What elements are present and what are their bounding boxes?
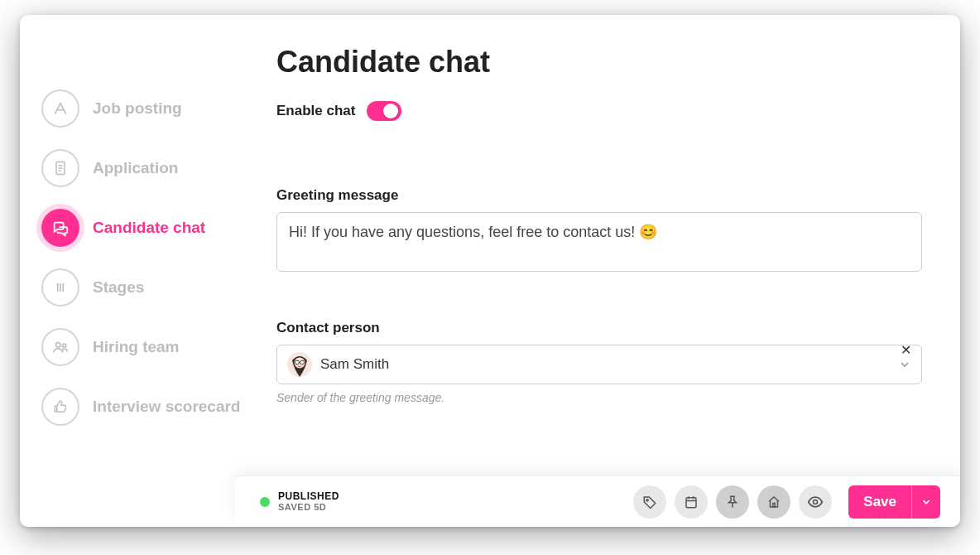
enable-chat-toggle[interactable]: [367, 101, 401, 121]
svg-rect-20: [773, 503, 775, 507]
calendar-icon: [684, 495, 699, 509]
sidebar-item-label: Stages: [93, 278, 144, 297]
saved-label: SAVED 5D: [278, 502, 339, 513]
svg-point-7: [56, 343, 61, 348]
contact-person-select[interactable]: Sam Smith ✕: [276, 345, 922, 384]
enable-chat-row: Enable chat: [276, 101, 922, 121]
status-label: PUBLISHED: [278, 490, 339, 502]
chevron-down-icon[interactable]: [898, 358, 911, 371]
sidebar-item-label: Job posting: [93, 99, 182, 118]
eye-icon: [807, 494, 824, 510]
chevron-down-icon: [920, 496, 932, 508]
save-button-group: Save: [848, 485, 940, 519]
save-button[interactable]: Save: [848, 485, 911, 519]
greeting-message-label: Greeting message: [276, 187, 922, 204]
preview-button[interactable]: [799, 485, 832, 519]
svg-point-8: [62, 344, 65, 347]
people-icon: [41, 328, 79, 366]
sidebar-item-label: Candidate chat: [93, 219, 205, 237]
thumbs-up-icon: [41, 388, 79, 426]
contact-person-helper: Sender of the greeting message.: [276, 391, 922, 404]
house-button[interactable]: [757, 485, 790, 519]
columns-icon: [41, 268, 79, 306]
sidebar-item-label: Hiring team: [93, 338, 180, 356]
contact-person-name: Sam Smith: [320, 356, 389, 373]
main-content: Candidate chat Enable chat Greeting mess…: [268, 15, 960, 527]
sidebar-item-hiring-team[interactable]: Hiring team: [41, 328, 268, 366]
document-icon: [41, 149, 79, 187]
app-window: Job posting Application Candidate chat S…: [20, 15, 960, 527]
status-dot: [260, 497, 270, 507]
sidebar: Job posting Application Candidate chat S…: [20, 15, 268, 527]
house-icon: [766, 495, 781, 509]
tag-button[interactable]: [633, 485, 666, 519]
svg-point-21: [814, 499, 818, 504]
avatar: [287, 352, 312, 377]
footer-bar: PUBLISHED SAVED 5D: [235, 475, 960, 527]
page-title: Candidate chat: [276, 45, 922, 80]
calendar-button[interactable]: [675, 485, 708, 519]
pin-button[interactable]: [716, 485, 749, 519]
contact-person-label: Contact person: [276, 320, 922, 336]
greeting-message-input[interactable]: Hi! If you have any questions, feel free…: [276, 212, 922, 272]
contact-clear-icon[interactable]: ✕: [901, 344, 911, 357]
svg-point-12: [300, 360, 305, 364]
enable-chat-label: Enable chat: [276, 103, 355, 119]
status-column: PUBLISHED SAVED 5D: [278, 490, 339, 514]
sidebar-item-candidate-chat[interactable]: Candidate chat: [41, 209, 268, 247]
save-dropdown-button[interactable]: [911, 485, 940, 519]
chat-icon: [41, 209, 79, 247]
letter-a-icon: [41, 89, 79, 128]
svg-point-14: [646, 499, 648, 500]
svg-rect-15: [686, 497, 696, 507]
svg-point-11: [295, 360, 300, 364]
sidebar-item-job-posting[interactable]: Job posting: [41, 89, 268, 128]
sidebar-item-stages[interactable]: Stages: [41, 268, 268, 306]
sidebar-item-application[interactable]: Application: [41, 149, 268, 187]
sidebar-item-label: Interview scorecard: [93, 398, 240, 416]
sidebar-item-label: Application: [93, 159, 178, 177]
sidebar-item-interview-scorecard[interactable]: Interview scorecard: [41, 388, 268, 426]
tag-icon: [642, 495, 657, 509]
pin-icon: [725, 495, 740, 509]
